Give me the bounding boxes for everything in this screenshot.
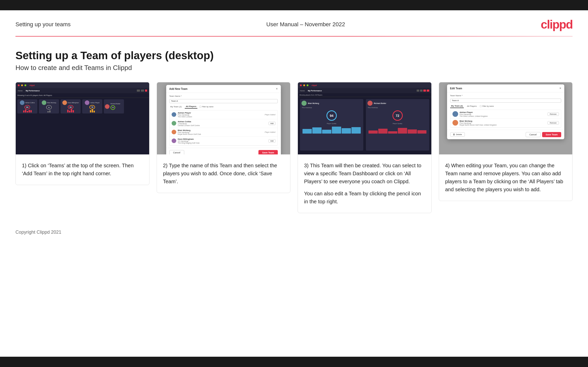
add-team-modal: Add New Team × Team Name * My Team (2) A…	[166, 85, 281, 154]
modal-player-info-2: Adrian Coliba 1 Handicap Central London …	[172, 120, 200, 126]
sc3-nav: Home My Performance	[298, 88, 431, 93]
tab-all-players[interactable]: All Players	[185, 105, 197, 109]
save-team-button[interactable]: Save Team	[258, 150, 278, 155]
remove-btn-1[interactable]: Remove	[548, 112, 559, 116]
edit-player-row-1: Adrian Player Plus Handicap The Shire Lo…	[450, 110, 561, 119]
sc1-score-3: 94	[68, 105, 73, 109]
sc2-modal-bg: Add New Team × Team Name * My Team (2) A…	[157, 82, 290, 154]
modal-add-btn-4[interactable]: Add	[268, 139, 275, 143]
trash-icon: 🗑	[453, 133, 455, 136]
sc1-avatar-4	[85, 100, 89, 105]
delete-button[interactable]: 🗑 Delete	[450, 132, 465, 137]
modal-tabs: My Team (2) All Players Filter by name	[169, 105, 278, 109]
modal-player-detail-1b: The Shire London	[178, 116, 192, 118]
tab-my-team[interactable]: My Team (2)	[169, 105, 183, 108]
sc1-dot-yellow	[21, 84, 23, 86]
edit-modal-close-icon[interactable]: ×	[559, 86, 561, 90]
modal-player-row-4: Dave Billingham 3.5 Handicap The Ding Ma…	[170, 137, 278, 145]
top-bar	[0, 0, 588, 10]
sc3-subtitle: Showing players from: All Players	[298, 93, 431, 97]
sc3-nav-home: Home	[300, 90, 305, 92]
edit-team-name-label: Team Name *	[450, 94, 561, 97]
edit-player-detail-2b: Royal North Devon Golf Club, United King…	[460, 124, 497, 126]
copyright-text: Copyright Clippd 2021	[15, 230, 61, 235]
edit-filter-checkbox[interactable]	[480, 105, 482, 107]
player-list: Adrian Player Plus Handicap The Shire Lo…	[169, 110, 278, 146]
modal-player-detail-2a: 1 Handicap	[178, 123, 200, 125]
edit-player-list: Adrian Player Plus Handicap The Shire Lo…	[450, 110, 561, 128]
filter-by-name: Filter by name	[199, 106, 213, 108]
header-doc-title: User Manual – November 2022	[266, 21, 345, 28]
filter-checkbox[interactable]	[199, 106, 201, 108]
edit-player-detail-1a: Plus Handicap	[460, 113, 488, 115]
edit-player-detail-1b: The Shire London, United Kingdom	[460, 115, 488, 117]
remove-btn-2[interactable]: Remove	[548, 121, 559, 125]
modal-player-info-4: Dave Billingham 3.5 Handicap The Ding Ma…	[172, 138, 199, 144]
edit-modal-title: Edit Team	[450, 87, 462, 90]
sc1-player-5: Richard Butler 72	[104, 99, 124, 113]
modal-close-icon[interactable]: ×	[276, 87, 278, 91]
page-title-section: Setting up a Team of players (desktop) H…	[0, 37, 588, 80]
header-section-title: Setting up your teams	[15, 21, 71, 28]
card-2-text: 2) Type the name of this Team and then s…	[157, 154, 290, 193]
edit-player-name-1: Adrian Player	[460, 111, 488, 113]
sc1-score-4: 78	[89, 105, 95, 109]
sc1-bars-1	[23, 109, 32, 112]
sc1-nav-home: Home	[18, 90, 23, 92]
cards-container: clippd Home My Performance Showing 6 out…	[0, 80, 588, 223]
team-name-label: Team Name *	[169, 95, 278, 97]
sc3-topbar: clippd	[298, 82, 431, 88]
sc3-quality-1: Player Quality	[301, 123, 362, 124]
edit-filter-by-name: Filter by name	[480, 105, 494, 107]
sc1-name-5: Richard Butler	[111, 103, 120, 104]
edit-tab-all-players[interactable]: All Players	[466, 104, 478, 108]
page-title-sub: How to create and edit Teams in Clippd	[15, 64, 573, 72]
sc1-nav-controls	[137, 90, 147, 92]
card-3-description-1: 3) This Team will then be created. You c…	[304, 162, 425, 186]
modal-player-detail-1a: Plus Handicap	[178, 114, 192, 116]
sc1-player-grid: Adrian Collins 84	[16, 98, 149, 115]
sc1-topbar: clippd	[16, 82, 149, 88]
modal-player-row-1: Adrian Player Plus Handicap The Shire Lo…	[170, 110, 278, 119]
card-1: clippd Home My Performance Showing 6 out…	[15, 82, 149, 185]
modal-title: Add New Team	[169, 88, 188, 90]
sc1-nav-teams: My Performance	[26, 90, 40, 92]
modal-avatar-1	[172, 112, 176, 117]
sc1-bars-4	[90, 109, 95, 112]
filter-label: Filter by name	[202, 106, 213, 108]
card-2-screenshot: Add New Team × Team Name * My Team (2) A…	[157, 82, 290, 154]
sc3-name-1: Blair McHarg	[308, 102, 319, 104]
edit-cancel-button[interactable]: Cancel	[526, 132, 541, 137]
modal-player-name-4: Dave Billingham	[178, 138, 199, 140]
delete-label: Delete	[456, 133, 462, 136]
sc1-player-1: Adrian Collins 84	[17, 99, 37, 113]
sc3-nav-teams: My Performance	[308, 90, 322, 92]
sc1-player-3: Dave Billingham 94	[61, 99, 81, 113]
modal-player-row-3: Blair McHarg Plus Handicap Royal North D…	[170, 128, 278, 137]
sc4-modal-bg: Edit Team × Team Name * My Team (2) All …	[439, 82, 573, 154]
sc3-dashboard: clippd Home My Performance Showing playe…	[298, 82, 431, 154]
team-name-input[interactable]	[169, 99, 278, 103]
card-3-screenshot: clippd Home My Performance Showing playe…	[298, 82, 431, 154]
sc3-avatar-1	[301, 101, 307, 106]
sc3-logo: clippd	[312, 84, 317, 86]
edit-team-name-input[interactable]	[450, 99, 561, 103]
edit-avatar-2	[452, 120, 458, 126]
edit-tab-my-team[interactable]: My Team (2)	[450, 104, 464, 108]
modal-player-detail-2b: Central London Golf Centre	[178, 125, 200, 126]
sc1-nav: Home My Performance	[16, 88, 149, 93]
sc3-player-1: Blair McHarg Plus Handicap 94 Player Qua…	[300, 99, 363, 151]
header: Setting up your teams User Manual – Nove…	[0, 10, 588, 36]
modal-player-status-1: Player Added	[265, 114, 275, 116]
sc1-bars-3	[67, 109, 74, 112]
card-1-screenshot: clippd Home My Performance Showing 6 out…	[16, 82, 149, 154]
edit-player-name-2: Blair McHarg	[460, 120, 497, 122]
modal-add-btn-2[interactable]: Add	[268, 122, 275, 125]
sc3-bars-2	[367, 126, 428, 134]
card-1-description: 1) Click on ‘Teams’ at the top of the sc…	[22, 163, 134, 176]
edit-save-team-button[interactable]: Save Team	[542, 132, 561, 137]
edit-player-info-1: Adrian Player Plus Handicap The Shire Lo…	[452, 111, 488, 117]
cancel-button[interactable]: Cancel	[169, 150, 184, 155]
card-2-description: 2) Type the name of this Team and then s…	[163, 163, 277, 184]
edit-modal-footer: 🗑 Delete Cancel Save Team	[447, 130, 564, 139]
